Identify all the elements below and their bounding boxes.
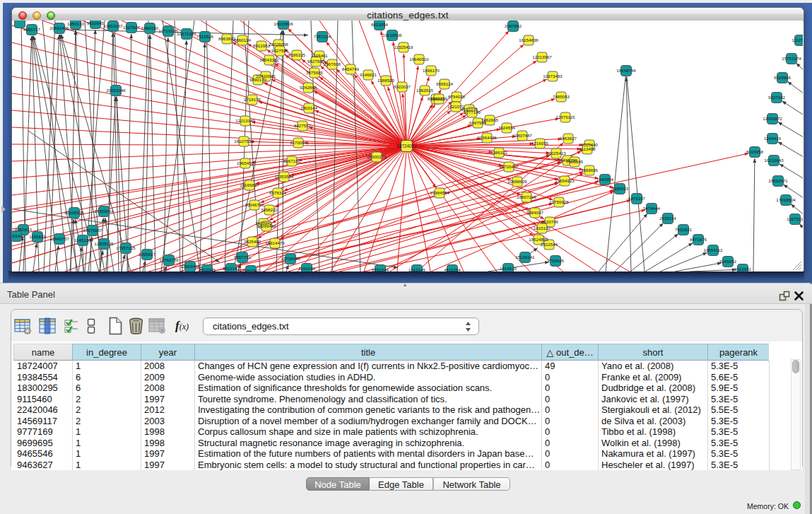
svg-text:1244419: 1244419 — [764, 136, 782, 141]
svg-text:11353594: 11353594 — [274, 174, 294, 179]
svg-text:19654923: 19654923 — [555, 178, 575, 183]
svg-text:8215958: 8215958 — [746, 149, 764, 154]
svg-text:17957225: 17957225 — [116, 245, 136, 250]
svg-text:19756928: 19756928 — [549, 199, 569, 204]
svg-text:1612145: 1612145 — [408, 267, 426, 271]
svg-text:9512045: 9512045 — [199, 267, 216, 271]
svg-text:16107552: 16107552 — [234, 139, 254, 144]
svg-text:18807249: 18807249 — [517, 194, 536, 199]
svg-text:10653267: 10653267 — [103, 23, 123, 28]
svg-text:3498222: 3498222 — [261, 207, 278, 212]
svg-text:9610045: 9610045 — [87, 21, 105, 25]
svg-text:16640910: 16640910 — [409, 57, 429, 62]
svg-text:12942757: 12942757 — [49, 236, 69, 241]
svg-text:1544839: 1544839 — [430, 96, 448, 101]
svg-text:8350813: 8350813 — [15, 227, 33, 232]
svg-text:20364436: 20364436 — [477, 135, 497, 140]
svg-text:19384554: 19384554 — [430, 190, 449, 195]
svg-text:8267150: 8267150 — [283, 158, 301, 163]
svg-text:9627506: 9627506 — [271, 48, 289, 53]
svg-text:1615132: 1615132 — [534, 226, 551, 230]
svg-text:12213967: 12213967 — [532, 54, 552, 59]
svg-text:7625402: 7625402 — [244, 239, 261, 244]
svg-text:1614515: 1614515 — [500, 266, 517, 271]
svg-text:10719185: 10719185 — [158, 28, 178, 33]
svg-text:9242848: 9242848 — [300, 85, 317, 90]
svg-text:6497568: 6497568 — [469, 120, 487, 125]
svg-text:3170064: 3170064 — [290, 140, 307, 145]
svg-text:20691406: 20691406 — [49, 25, 69, 30]
svg-text:15720407: 15720407 — [499, 164, 519, 169]
svg-text:16543382: 16543382 — [259, 57, 279, 62]
svg-text:4511204: 4511204 — [444, 267, 461, 271]
svg-text:8454749: 8454749 — [342, 66, 360, 71]
svg-text:6794028: 6794028 — [448, 94, 466, 99]
svg-text:16648784: 16648784 — [616, 68, 636, 73]
svg-text:7515526: 7515526 — [196, 34, 214, 39]
svg-text:10046756: 10046756 — [245, 202, 264, 207]
svg-text:3915442: 3915442 — [12, 233, 25, 238]
svg-text:9463627: 9463627 — [560, 136, 577, 141]
svg-text:12975115: 12975115 — [555, 115, 575, 119]
svg-text:3675685: 3675685 — [306, 70, 324, 75]
svg-text:8663822: 8663822 — [218, 36, 236, 41]
svg-text:15751074: 15751074 — [782, 56, 801, 61]
svg-text:5151244: 5151244 — [372, 267, 389, 271]
svg-text:8471676: 8471676 — [690, 237, 707, 242]
svg-text:12923468: 12923468 — [180, 264, 200, 269]
svg-text:11325419: 11325419 — [394, 45, 413, 49]
svg-text:8113400: 8113400 — [579, 146, 596, 151]
svg-text:1095817: 1095817 — [139, 252, 156, 257]
svg-text:1640954: 1640954 — [596, 177, 614, 182]
svg-text:9777169: 9777169 — [464, 110, 481, 115]
svg-text:2718176: 2718176 — [244, 97, 261, 102]
svg-text:28300275: 28300275 — [367, 154, 387, 159]
svg-text:10025413: 10025413 — [546, 151, 566, 156]
svg-text:6479197: 6479197 — [628, 196, 646, 201]
svg-text:9245052: 9245052 — [719, 259, 737, 264]
svg-text:19166827: 19166827 — [240, 182, 259, 187]
svg-text:9012141: 9012141 — [223, 266, 240, 271]
svg-text:9312051: 9312051 — [734, 267, 752, 271]
svg-text:10975867: 10975867 — [83, 228, 102, 233]
svg-text:9146821: 9146821 — [360, 72, 377, 77]
svg-text:8322037: 8322037 — [394, 84, 411, 89]
svg-text:16210643: 16210643 — [764, 158, 784, 163]
svg-text:10654112: 10654112 — [703, 247, 723, 252]
svg-text:1965493: 1965493 — [237, 160, 254, 165]
svg-text:14099489: 14099489 — [257, 223, 276, 228]
svg-text:1201148: 1201148 — [298, 266, 315, 271]
svg-text:17359914: 17359914 — [94, 209, 114, 214]
svg-text:1850133: 1850133 — [67, 21, 85, 26]
svg-text:2803144: 2803144 — [300, 105, 318, 110]
svg-text:19218506: 19218506 — [382, 33, 402, 37]
svg-text:1733426: 1733426 — [547, 258, 565, 263]
svg-text:2935114: 2935114 — [659, 216, 676, 221]
svg-text:12093872: 12093872 — [763, 116, 782, 121]
svg-text:9699695: 9699695 — [581, 168, 599, 173]
svg-text:8186325: 8186325 — [288, 52, 306, 57]
svg-text:8938923: 8938923 — [611, 186, 629, 191]
svg-text:12213349: 12213349 — [235, 118, 255, 123]
svg-text:1696170: 1696170 — [423, 68, 440, 73]
svg-text:19716485: 19716485 — [281, 256, 300, 261]
svg-text:17016504: 17016504 — [776, 197, 796, 202]
svg-text:8660124: 8660124 — [234, 37, 252, 42]
svg-text:7357224: 7357224 — [314, 34, 331, 39]
svg-text:3624554: 3624554 — [498, 125, 516, 130]
svg-text:1588520: 1588520 — [377, 78, 395, 83]
svg-text:6120746: 6120746 — [541, 219, 559, 224]
svg-text:20053346: 20053346 — [106, 88, 126, 93]
svg-text:2522544: 2522544 — [541, 242, 558, 247]
svg-text:9084067: 9084067 — [526, 210, 544, 215]
svg-text:8813054: 8813054 — [371, 22, 389, 27]
svg-text:1167531: 1167531 — [787, 216, 803, 221]
svg-text:10671385: 10671385 — [177, 31, 196, 36]
svg-text:16914479: 16914479 — [265, 240, 285, 245]
svg-text:18524851: 18524851 — [529, 237, 548, 242]
svg-text:9627505: 9627505 — [307, 59, 325, 64]
svg-text:16033809: 16033809 — [273, 21, 293, 26]
svg-text:9474444: 9474444 — [643, 206, 661, 211]
svg-text:1527607: 1527607 — [123, 25, 141, 30]
svg-text:7485063: 7485063 — [553, 94, 570, 99]
